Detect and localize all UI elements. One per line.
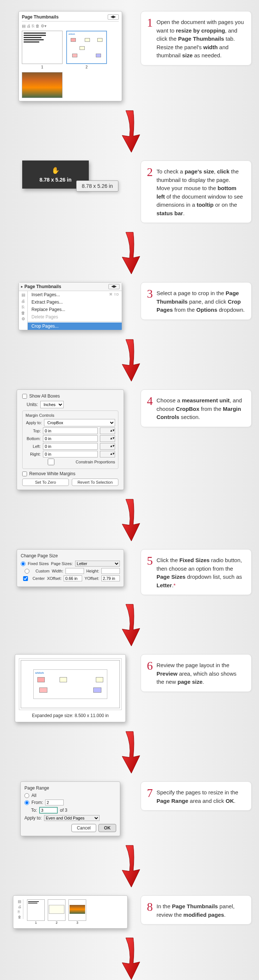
options-dropdown: ⌘ ⇧D Insert Pages... Extract Pages... Re… — [28, 291, 122, 330]
footnote-ref: * — [174, 582, 176, 589]
arrow-icon — [115, 231, 144, 275]
constrain-checkbox[interactable] — [29, 458, 74, 465]
fixed-sizes-radio[interactable] — [21, 562, 26, 566]
left-input[interactable] — [43, 443, 98, 450]
step-text: Specify the pages to resize in the Page … — [157, 787, 245, 805]
from-radio[interactable] — [24, 800, 29, 805]
bottom-input[interactable] — [43, 435, 98, 442]
xoffset-input[interactable] — [64, 576, 82, 581]
panel-collapse-icon[interactable]: ◀▶ — [108, 14, 119, 20]
thumbnail-1[interactable]: 1 — [27, 899, 45, 924]
height-input[interactable] — [101, 568, 120, 574]
step-6: shiloh Expanded page size: 8.500 x 11.00… — [7, 654, 252, 722]
step-3: ▸Page Thumbnails◀▶ ▤🖨⎘🗑⚙ ⌘ ⇧D Insert Pag… — [7, 282, 252, 330]
cancel-button[interactable]: Cancel — [71, 824, 96, 832]
to-input[interactable] — [39, 807, 58, 814]
step-8: ▤🖨⎘🗑 1 2 3 8 In the Page Thumbnails pane… — [7, 895, 252, 929]
panel-title: Page Thumbnails — [22, 14, 58, 20]
step-number: 7 — [147, 787, 153, 799]
all-radio[interactable] — [24, 793, 29, 798]
step-number: 4 — [147, 395, 153, 407]
top-input[interactable] — [43, 428, 98, 434]
arrow-icon — [115, 730, 144, 774]
panel-toolbar-icons: ▤ 🖨 ⎘ 🗑 ⚙▾ — [22, 24, 119, 29]
menu-extract-pages[interactable]: Extract Pages... — [28, 298, 122, 306]
stepper-icon[interactable]: ▴▾ — [100, 443, 115, 450]
menu-crop-pages[interactable]: Crop Pages... — [28, 323, 122, 330]
step-text: Select a page to crop in the Page Thumbn… — [157, 288, 245, 314]
width-input[interactable] — [66, 568, 84, 574]
arrow-icon — [115, 936, 144, 980]
ok-button[interactable]: OK — [98, 824, 116, 832]
set-to-zero-button[interactable]: Set To Zero — [22, 479, 69, 486]
menu-delete-pages: Delete Pages — [28, 313, 122, 321]
panel-title: Page Thumbnails — [24, 284, 61, 289]
apply-to-select[interactable]: Even and Odd Pages — [44, 815, 99, 821]
stepper-icon[interactable]: ▴▾ — [100, 451, 115, 457]
step-text: To check a page's size, click the thumbn… — [157, 166, 245, 218]
margin-controls-group: Margin Controls Apply to:CropBox Top:▴▾ … — [22, 410, 118, 469]
custom-radio[interactable] — [21, 569, 33, 574]
step-number: 8 — [147, 901, 153, 913]
units-select[interactable]: Inches — [40, 401, 64, 408]
step-text: In the Page Thumbnails panel, review the… — [157, 901, 245, 919]
change-page-size-panel: Change Page Size Fixed Sizes Page Sizes:… — [17, 549, 124, 587]
stepper-icon[interactable]: ▴▾ — [100, 435, 115, 442]
toolbar-icons: ▤🖨⎘🗑 — [18, 899, 23, 919]
show-all-boxes-checkbox[interactable] — [22, 394, 27, 399]
revert-button[interactable]: Revert To Selection — [72, 479, 118, 486]
arrow-icon — [115, 843, 144, 888]
step-number: 6 — [147, 660, 153, 671]
hand-cursor-icon: ✋ — [30, 166, 82, 175]
side-icons: ▤🖨⎘🗑⚙ — [19, 291, 28, 330]
step-number: 5 — [147, 555, 153, 566]
page-range-panel: Page Range All From: To:of 3 Apply to:Ev… — [20, 781, 120, 836]
modified-thumbnails-panel: ▤🖨⎘🗑 1 2 3 — [13, 895, 128, 929]
right-input[interactable] — [43, 451, 98, 457]
yoffset-input[interactable] — [101, 576, 120, 581]
menu-replace-pages[interactable]: Replace Pages... — [28, 306, 122, 313]
step-1: Page Thumbnails ◀▶ ▤ 🖨 ⎘ 🗑 ⚙▾ 1 shiloh — [7, 11, 252, 101]
arrow-icon — [115, 497, 144, 542]
step-4: Show All Boxes Units:Inches Margin Contr… — [7, 390, 252, 490]
center-checkbox[interactable] — [21, 576, 30, 581]
options-menu-panel: ▸Page Thumbnails◀▶ ▤🖨⎘🗑⚙ ⌘ ⇧D Insert Pag… — [19, 282, 122, 330]
preview-panel: shiloh Expanded page size: 8.500 x 11.00… — [15, 654, 126, 722]
stepper-icon[interactable]: ▴▾ — [100, 428, 115, 434]
thumbnail-1[interactable] — [22, 31, 62, 64]
step-number: 3 — [147, 288, 153, 299]
status-bar-dimension: 8.78 x 5.26 in — [76, 180, 118, 192]
step-5: Change Page Size Fixed Sizes Page Sizes:… — [7, 549, 252, 595]
arrow-icon — [115, 338, 144, 382]
page-sizes-select[interactable]: Letter — [75, 561, 120, 566]
expanded-size-label: Expanded page size: 8.500 x 11.000 in — [19, 713, 122, 718]
step-text: Open the document with pages you want to… — [157, 17, 245, 60]
preview-area: shiloh — [21, 660, 120, 708]
from-input[interactable] — [45, 800, 64, 805]
apply-to-select[interactable]: CropBox — [44, 419, 115, 426]
remove-white-checkbox[interactable] — [22, 471, 27, 476]
step-number: 2 — [147, 166, 153, 178]
arrow-icon — [115, 603, 144, 647]
panel-collapse-icon[interactable]: ◀▶ — [109, 284, 120, 289]
step-text: Click the Fixed Sizes radio button, then… — [157, 555, 245, 589]
thumbnail-2[interactable]: 2 — [48, 899, 66, 924]
step-2: ✋ 8.78 x 5.26 in 8.78 x 5.26 in 2 To che… — [7, 161, 252, 223]
thumbnail-3[interactable] — [22, 72, 62, 98]
step-text: Choose a measurement unit, and choose Cr… — [157, 395, 245, 422]
margin-controls-panel: Show All Boxes Units:Inches Margin Contr… — [17, 390, 124, 490]
arrow-icon — [115, 109, 144, 153]
page-thumbnails-panel: Page Thumbnails ◀▶ ▤ 🖨 ⎘ 🗑 ⚙▾ 1 shiloh — [19, 11, 122, 101]
step-number: 1 — [147, 17, 153, 29]
disclosure-triangle-icon[interactable]: ▸ — [21, 285, 23, 288]
thumbnail-3[interactable]: 3 — [69, 899, 86, 924]
step-7: Page Range All From: To:of 3 Apply to:Ev… — [7, 781, 252, 836]
step-text: Review the page layout in the Preview ar… — [157, 660, 245, 686]
thumbnail-2-selected[interactable]: shiloh — [66, 31, 107, 64]
